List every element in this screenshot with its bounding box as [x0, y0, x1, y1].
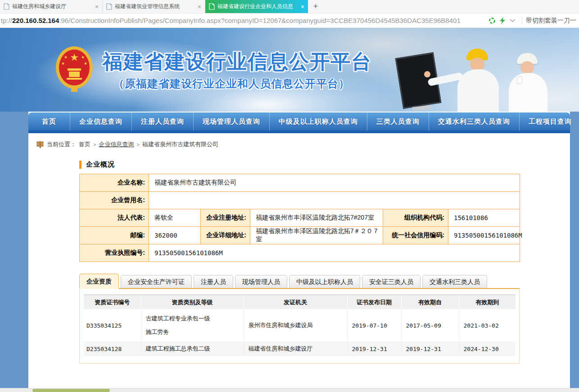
former-name-value: [149, 192, 520, 209]
nav-item-project-query[interactable]: 工程项目查询: [520, 113, 579, 131]
new-tab-button[interactable]: +: [308, 0, 323, 13]
org-code-value: 156101086: [448, 209, 520, 227]
company-name-value: 福建省泉州市古建筑有限公司: [149, 174, 520, 192]
cert-no-value: D235034128: [84, 342, 141, 356]
cert-no-value: D335034125: [84, 309, 141, 342]
breadcrumb-separator: >: [93, 142, 96, 147]
browser-tab-1[interactable]: 福建住房和城乡建设厅 ×: [0, 0, 103, 13]
close-tab-icon[interactable]: ×: [95, 3, 99, 10]
nav-item-home[interactable]: 首页: [28, 113, 70, 131]
former-name-label: 企业曾用名:: [80, 192, 149, 209]
close-tab-icon[interactable]: ×: [198, 3, 201, 10]
section-header: 企业概况: [79, 160, 570, 169]
worker-white-hat: [506, 53, 551, 112]
browser-tab-title: 福建省建筑业管理信息系统: [115, 3, 195, 10]
site-banner: ★ ★ ★ ★ ★ 福建省建设行业信息公开平台 （原福建省建设行业企业和人员信息…: [0, 28, 579, 112]
signpost-icon: [36, 140, 44, 149]
license-no-label: 营业执照编号:: [80, 244, 149, 262]
chevron-down-icon[interactable]: [510, 19, 516, 23]
valid-from-value: 2017-05-09: [401, 309, 459, 342]
breadcrumb-prefix: 当前位置：: [47, 140, 76, 149]
svg-text:★: ★: [70, 52, 79, 63]
credit-code-value: 91350500156101086M: [448, 227, 520, 244]
toolbar-suggestion-text[interactable]: 带切割套装一刀一: [526, 17, 579, 25]
svg-text:★: ★: [61, 61, 65, 66]
tab-registered-personnel[interactable]: 注册人员: [194, 275, 233, 288]
nav-item-mid-senior-title-query[interactable]: 中级及以上职称人员查询: [270, 113, 367, 131]
col-issuer: 发证机关: [244, 295, 347, 309]
close-tab-icon[interactable]: ×: [301, 3, 304, 10]
nav-item-registered-personnel-query[interactable]: 注册人员查询: [132, 113, 194, 131]
nav-item-three-types-query[interactable]: 三类人员查询: [367, 113, 429, 131]
issuer-value: 福建省住房和城乡建设厅: [244, 342, 347, 356]
site-title: 福建省建设行业信息公开平台: [103, 49, 372, 75]
worker-yellow-hat: [454, 48, 503, 112]
reg-addr-value: 福建省泉州市丰泽区温陵北路北拓7#207室: [250, 209, 383, 227]
nav-item-site-manager-query[interactable]: 现场管理人员查询: [194, 113, 270, 131]
svg-text:★: ★: [81, 55, 85, 59]
breadcrumb-company-info-query[interactable]: 企业信息查询: [99, 140, 134, 149]
nav-bottom-strip: [28, 131, 570, 133]
site-subtitle: （原福建省建设行业企业和人员信息公开平台）: [113, 77, 350, 91]
browser-tab-2[interactable]: 福建省建筑业管理信息系统 ×: [103, 0, 205, 13]
license-no-value: 91350500156101086M: [149, 244, 520, 262]
page-icon: [209, 3, 215, 10]
company-name-label: 企业名称:: [80, 174, 149, 192]
breadcrumb: 当前位置： 首页 > 企业信息查询 > 福建省泉州市古建筑有限公司: [36, 140, 570, 149]
url-text[interactable]: tp://220.160.52.164:96/ConstructionInfoP…: [0, 17, 486, 24]
detail-addr-value: 福建省泉州市丰泽区温陵北路北拓7＃２０７室: [250, 227, 383, 244]
url-host: 220.160.52.164: [12, 17, 59, 24]
qualifications-table: 资质证书编号 资质类别及等级 发证机关 证书发布日期 有效期自 有效期到 D33…: [84, 294, 516, 356]
svg-text:★: ★: [84, 61, 87, 66]
col-valid-to: 有效期到: [459, 295, 516, 309]
main-nav: 首页 企业信息查询 注册人员查询 现场管理人员查询 中级及以上职称人员查询 三类…: [28, 112, 570, 133]
tab-transport-water-three-types[interactable]: 交通水利三类人员: [422, 275, 487, 288]
browser-tab-3-active[interactable]: 福建省建设行业企业和人员信息 ×: [205, 0, 308, 13]
tab-mid-senior-title-personnel[interactable]: 中级及以上职称人员: [289, 275, 360, 288]
issuer-value: 泉州市住房和城乡建设局: [244, 309, 347, 342]
url-path: :96/ConstructionInfoPublish/Pages/Compan…: [59, 17, 460, 24]
valid-from-value: 2019-12-31: [401, 342, 459, 356]
col-cert-no: 资质证书编号: [84, 295, 141, 309]
col-issue-date: 证书发布日期: [347, 295, 401, 309]
page-background: 首页 企业信息查询 注册人员查询 现场管理人员查询 中级及以上职称人员查询 三类…: [0, 112, 579, 388]
qualifications-header-row: 资质证书编号 资质类别及等级 发证机关 证书发布日期 有效期自 有效期到: [84, 295, 516, 309]
scrollbar-thumb[interactable]: [32, 389, 110, 392]
issue-date-value: 2019-07-10: [347, 309, 401, 342]
page-icon: [106, 3, 112, 10]
qualification-row: D235034128 建筑工程施工总承包二级 福建省住房和城乡建设厅 2019-…: [84, 342, 516, 356]
svg-text:★: ★: [64, 55, 68, 59]
detail-tabs: 企业资质 企业安全生产许可证 注册人员 现场管理人员 中级及以上职称人员 安全证…: [79, 274, 520, 289]
col-category-grade: 资质类别及等级: [141, 295, 244, 309]
zip-value: 362000: [149, 227, 201, 244]
tab-qualifications[interactable]: 企业资质: [79, 274, 119, 289]
col-valid-from: 有效期自: [401, 295, 459, 309]
nav-item-company-info-query[interactable]: 企业信息查询: [70, 113, 132, 131]
breadcrumb-current-company: 福建省泉州市古建筑有限公司: [142, 140, 218, 149]
qualifications-panel: 资质证书编号 资质类别及等级 发证机关 证书发布日期 有效期自 有效期到 D33…: [79, 289, 520, 364]
credit-code-label: 统一社会信用编码:: [383, 227, 448, 244]
url-prefix: tp://: [1, 17, 12, 24]
refresh-shutter-icon[interactable]: [489, 17, 496, 24]
address-bar[interactable]: tp://220.160.52.164:96/ConstructionInfoP…: [0, 14, 579, 28]
nav-item-transport-water-three-types-query[interactable]: 交通水利三类人员查询: [429, 113, 520, 131]
speed-mode-icon[interactable]: [499, 17, 506, 24]
valid-to-value: 2021-03-02: [459, 309, 516, 342]
tab-safety-production-license[interactable]: 企业安全生产许可证: [121, 275, 192, 288]
tab-safety-cert-three-types[interactable]: 安全证三类人员: [362, 275, 421, 288]
org-code-label: 组织机构代码:: [383, 209, 448, 227]
tab-site-managers[interactable]: 现场管理人员: [235, 275, 287, 288]
browser-tab-title: 福建住房和城乡建设厅: [12, 3, 92, 10]
breadcrumb-separator: >: [136, 142, 139, 147]
browser-tab-bar: 福建住房和城乡建设厅 × 福建省建筑业管理信息系统 × 福建省建设行业企业和人员…: [0, 0, 579, 14]
category-value: 建筑工程施工总承包二级: [141, 342, 244, 356]
legal-rep-value: 蒋钦全: [149, 209, 201, 227]
breadcrumb-home[interactable]: 首页: [79, 140, 90, 149]
category-value: 古建筑工程专业承包一级 施工劳务: [141, 309, 244, 342]
category-line: 古建筑工程专业承包一级: [146, 312, 239, 325]
qualification-row: D335034125 古建筑工程专业承包一级 施工劳务 泉州市住房和城乡建设局 …: [84, 309, 516, 342]
horizontal-scrollbar[interactable]: [0, 388, 579, 392]
issue-date-value: 2019-12-31: [347, 342, 401, 356]
category-line: 施工劳务: [146, 325, 239, 339]
reg-addr-label: 企业注册地址:: [201, 209, 250, 227]
